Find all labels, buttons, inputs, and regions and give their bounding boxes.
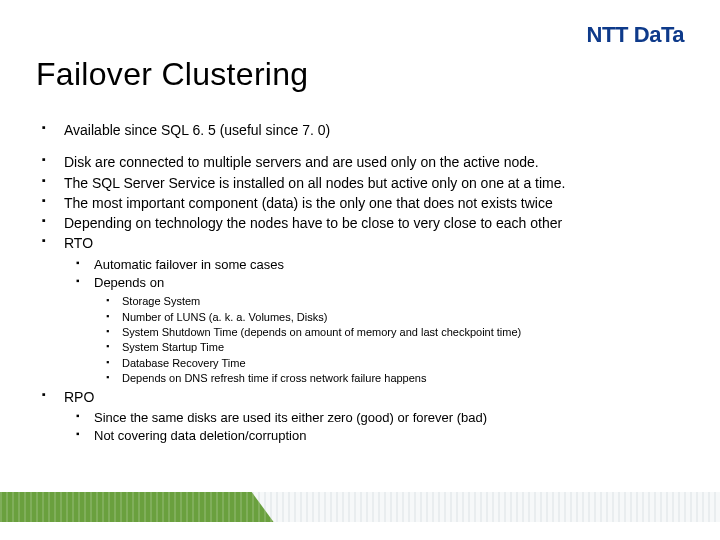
bullet-text: RTO xyxy=(64,235,93,251)
footer-band-green xyxy=(0,492,274,522)
subsub-text: Number of LUNS (a. k. a. Volumes, Disks) xyxy=(122,311,327,323)
subsub-text: System Shutdown Time (depends on amount … xyxy=(122,326,521,338)
sub-text: Not covering data deletion/corruption xyxy=(94,428,306,443)
page-title: Failover Clustering xyxy=(36,56,308,93)
subsub-item: Depends on DNS refresh time if cross net… xyxy=(100,371,684,386)
sub-text: Since the same disks are used its either… xyxy=(94,410,487,425)
bullet-item: Available since SQL 6. 5 (useful since 7… xyxy=(36,120,684,140)
subsub-text: Storage System xyxy=(122,295,200,307)
logo: NTTDaTa xyxy=(587,24,684,46)
bullet-text: The most important component (data) is t… xyxy=(64,195,553,211)
bullet-text: Disk are connected to multiple servers a… xyxy=(64,154,539,170)
bullet-item: The most important component (data) is t… xyxy=(36,193,684,213)
sub-text: Depends on xyxy=(94,275,164,290)
sub-text: Automatic failover in some cases xyxy=(94,257,284,272)
sublist-rto-depends: Storage System Number of LUNS (a. k. a. … xyxy=(100,294,684,386)
subsub-text: Depends on DNS refresh time if cross net… xyxy=(122,372,426,384)
bullet-text: The SQL Server Service is installed on a… xyxy=(64,175,565,191)
subsub-item: System Startup Time xyxy=(100,340,684,355)
slide: NTTDaTa Failover Clustering Available si… xyxy=(0,0,720,540)
sublist-rto: Automatic failover in some cases Depends… xyxy=(70,256,684,387)
content: Available since SQL 6. 5 (useful since 7… xyxy=(36,120,684,445)
subsub-text: Database Recovery Time xyxy=(122,357,246,369)
bullet-item: Disk are connected to multiple servers a… xyxy=(36,152,684,172)
sub-item: Not covering data deletion/corruption xyxy=(70,427,684,445)
bullet-text: Available since SQL 6. 5 (useful since 7… xyxy=(64,122,330,138)
subsub-text: System Startup Time xyxy=(122,341,224,353)
footer-band xyxy=(0,492,720,522)
bullet-text: RPO xyxy=(64,389,94,405)
logo-text: NTTDaTa xyxy=(587,24,684,46)
subsub-item: Database Recovery Time xyxy=(100,356,684,371)
sublist-rpo: Since the same disks are used its either… xyxy=(70,409,684,445)
sub-item: Depends on Storage System Number of LUNS… xyxy=(70,274,684,387)
sub-item: Since the same disks are used its either… xyxy=(70,409,684,427)
bullet-list: Available since SQL 6. 5 (useful since 7… xyxy=(36,120,684,445)
bullet-text: Depending on technology the nodes have t… xyxy=(64,215,562,231)
subsub-item: Storage System xyxy=(100,294,684,309)
subsub-item: System Shutdown Time (depends on amount … xyxy=(100,325,684,340)
bullet-item: The SQL Server Service is installed on a… xyxy=(36,173,684,193)
sub-item: Automatic failover in some cases xyxy=(70,256,684,274)
bullet-item: Depending on technology the nodes have t… xyxy=(36,213,684,233)
bullet-item: RPO Since the same disks are used its ei… xyxy=(36,387,684,446)
subsub-item: Number of LUNS (a. k. a. Volumes, Disks) xyxy=(100,310,684,325)
bullet-item: RTO Automatic failover in some cases Dep… xyxy=(36,233,684,386)
